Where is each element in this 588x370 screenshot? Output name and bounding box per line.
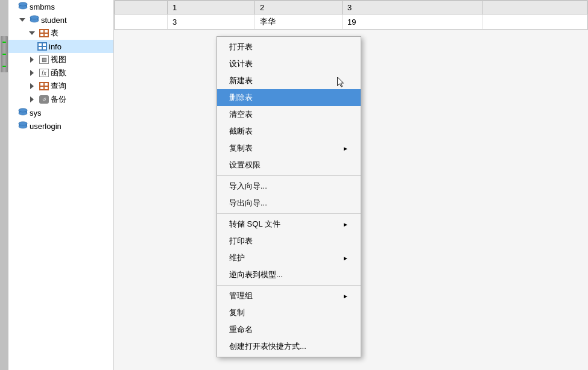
sidebar-item-queries[interactable]: 查询 [8,80,113,93]
server-led [2,42,6,43]
menu-label-reverse-model: 逆向表到模型... [229,269,283,280]
sidebar-item-smbms[interactable]: smbms [8,0,113,13]
col-header-3: 3 [343,1,482,14]
separator-2 [217,213,361,214]
menu-item-design-table[interactable]: 设计表 [217,55,361,72]
sidebar-item-student[interactable]: student [8,13,113,27]
menu-item-empty-table[interactable]: 清空表 [217,106,361,123]
menu-item-transfer-sql[interactable]: 转储 SQL 文件 ► [217,216,361,233]
view-folder-icon: ▤ [39,55,49,64]
col-header-1: 1 [168,1,255,14]
menu-item-delete-table[interactable]: 删除表 [217,89,361,106]
func-folder-icon: fx [39,68,49,78]
menu-label-rename: 重命名 [229,324,253,335]
sidebar-item-tables[interactable]: 表 [8,27,113,40]
query-folder-icon [39,81,49,91]
smbms-label: smbms [30,2,55,11]
table-folder-icon [39,28,49,38]
arrow-right-functions [28,68,37,78]
arrow-right-queries [28,81,37,91]
backup-folder-icon: ↺ [39,95,49,104]
table-icon-info [37,42,47,51]
menu-item-create-shortcut[interactable]: 创建打开表快捷方式... [217,338,361,355]
views-label: 视图 [51,54,66,65]
manage-group-arrow: ► [343,293,349,299]
menu-item-manage-group[interactable]: 管理组 ► [217,287,361,304]
svg-point-3 [19,2,27,6]
menu-item-reverse-model[interactable]: 逆向表到模型... [217,266,361,283]
menu-label-create-shortcut: 创建打开表快捷方式... [229,341,306,352]
db-icon-userlogin [18,121,28,131]
col-header-4 [482,1,587,14]
table-row: 3 李华 19 [115,14,587,30]
sidebar-item-functions[interactable]: fx 函数 [8,66,113,80]
userlogin-label: userlogin [30,122,62,131]
menu-label-open-table: 打开表 [229,42,253,52]
col-header-empty [115,1,168,14]
functions-label: 函数 [51,67,66,78]
sidebar-item-views[interactable]: ▤ 视图 [8,53,113,66]
menu-label-print-table: 打印表 [229,236,253,246]
menu-item-copy-table[interactable]: 复制表 ► [217,140,361,157]
db-icon-sys [18,108,28,118]
copy-table-arrow: ► [343,145,349,152]
server-led-2 [2,54,6,55]
sidebar-item-sys[interactable]: sys [8,106,113,119]
arrow-down-icon [18,15,28,25]
maintenance-arrow: ► [343,255,349,262]
server-panel [0,0,8,370]
cell-2: 李华 [255,14,343,30]
arrow-right-views [28,55,37,64]
menu-label-transfer-sql: 转储 SQL 文件 [229,219,280,230]
menu-item-copy[interactable]: 复制 [217,304,361,321]
transfer-sql-arrow: ► [343,221,349,228]
svg-point-15 [19,122,27,125]
menu-item-maintenance[interactable]: 维护 ► [217,249,361,266]
db-icon-student [30,15,39,25]
separator-3 [217,285,361,286]
menu-label-empty-table: 清空表 [229,109,253,120]
menu-label-maintenance: 维护 [229,252,245,263]
menu-item-open-table[interactable]: 打开表 [217,39,361,55]
cell-4 [482,14,587,30]
menu-label-new-table: 新建表 [229,75,253,86]
menu-item-import[interactable]: 导入向导... [217,178,361,195]
info-label: info [49,42,62,51]
svg-point-7 [30,16,39,19]
menu-item-set-permissions[interactable]: 设置权限 [217,157,361,174]
menu-label-manage-group: 管理组 [229,290,253,301]
svg-point-11 [19,108,27,112]
data-table: 1 2 3 3 李华 19 [114,0,588,30]
arrow-down-icon-tables [28,28,37,38]
svg-marker-16 [338,77,344,87]
tables-label: 表 [51,28,58,39]
sidebar-item-backups[interactable]: ↺ 备份 [8,93,113,106]
content-area: 1 2 3 3 李华 19 [114,0,588,370]
db-icon [18,2,28,11]
menu-label-copy-table: 复制表 [229,143,253,154]
queries-label: 查询 [51,81,66,92]
cell-1: 3 [168,14,255,30]
server-icon [1,36,8,72]
sidebar-item-userlogin[interactable]: userlogin [8,119,113,133]
row-num [115,14,168,30]
menu-label-delete-table: 删除表 [229,92,253,103]
sys-label: sys [30,108,42,118]
menu-label-set-permissions: 设置权限 [229,160,261,171]
menu-label-design-table: 设计表 [229,58,253,69]
sidebar-item-info[interactable]: info [8,40,113,53]
menu-item-rename[interactable]: 重命名 [217,321,361,338]
menu-item-truncate-table[interactable]: 截断表 [217,123,361,140]
sidebar: smbms student [8,0,114,370]
menu-label-import: 导入向导... [229,181,267,192]
menu-label-truncate-table: 截断表 [229,126,253,137]
server-led-3 [2,66,6,67]
separator-1 [217,175,361,176]
backups-label: 备份 [51,94,66,105]
col-header-2: 2 [255,1,343,14]
arrow-right-backups [28,95,37,104]
menu-item-export[interactable]: 导出向导... [217,195,361,212]
menu-item-print-table[interactable]: 打印表 [217,233,361,249]
cell-3: 19 [343,14,482,30]
student-label: student [41,16,67,25]
